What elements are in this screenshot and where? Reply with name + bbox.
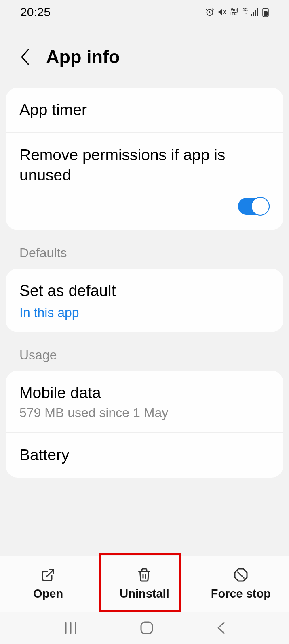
svg-line-10 [47,570,54,577]
status-time: 20:25 [20,5,51,19]
toggle-knob [251,197,270,216]
recents-nav-icon[interactable] [63,622,78,634]
header: App info [0,24,289,88]
list-item-set-default[interactable]: Set as default In this app [6,269,283,332]
svg-rect-5 [255,10,256,16]
item-title: App timer [19,100,270,120]
open-button[interactable]: Open [0,568,96,600]
card-usage: Mobile data 579 MB used since 1 May Batt… [6,371,283,478]
svg-rect-9 [264,11,268,16]
svg-rect-4 [253,12,254,16]
trash-icon [137,568,152,582]
svg-rect-3 [251,14,252,16]
home-nav-icon[interactable] [140,621,154,635]
mute-vibrate-icon [217,8,226,17]
item-subtitle: In this app [19,305,270,320]
action-label: Force stop [211,587,271,600]
status-bar: 20:25 Vo)) LTE1 4G ↓↑ [0,0,289,24]
back-nav-icon[interactable] [216,621,226,635]
force-stop-button[interactable]: Force stop [193,568,289,600]
toggle-remove-permissions[interactable] [238,198,270,215]
back-icon[interactable] [19,48,31,66]
item-title: Set as default [19,281,270,301]
status-icons: Vo)) LTE1 4G ↓↑ [205,8,269,17]
list-item-app-timer[interactable]: App timer [6,88,283,132]
section-label-usage: Usage [6,332,283,371]
card-defaults: Set as default In this app [6,269,283,332]
bottom-action-bar: Open Uninstall Force stop [0,556,289,612]
item-subtitle: 579 MB used since 1 May [19,405,270,420]
item-title: Mobile data [19,383,270,403]
page-title: App info [46,46,120,67]
action-label: Uninstall [120,587,169,600]
list-item-mobile-data[interactable]: Mobile data 579 MB used since 1 May [6,371,283,433]
uninstall-button[interactable]: Uninstall [96,568,192,600]
svg-line-14 [238,572,244,578]
action-label: Open [33,587,63,600]
section-label-defaults: Defaults [6,230,283,269]
battery-icon [262,8,269,17]
signal-icon [251,8,259,16]
svg-rect-6 [257,8,258,16]
network-4g-icon: 4G ↓↑ [243,8,248,16]
volte-icon: Vo)) LTE1 [230,8,239,16]
item-title: Remove permissions if app is unused [19,145,270,186]
open-icon [41,568,55,582]
alarm-icon [205,8,214,17]
card-usage-controls: App timer Remove permissions if app is u… [6,88,283,230]
list-item-remove-permissions[interactable]: Remove permissions if app is unused [6,132,283,230]
stop-icon [234,568,248,582]
list-item-battery[interactable]: Battery [6,432,283,478]
svg-rect-18 [141,622,152,634]
system-nav-bar [0,612,289,644]
item-title: Battery [19,445,270,466]
